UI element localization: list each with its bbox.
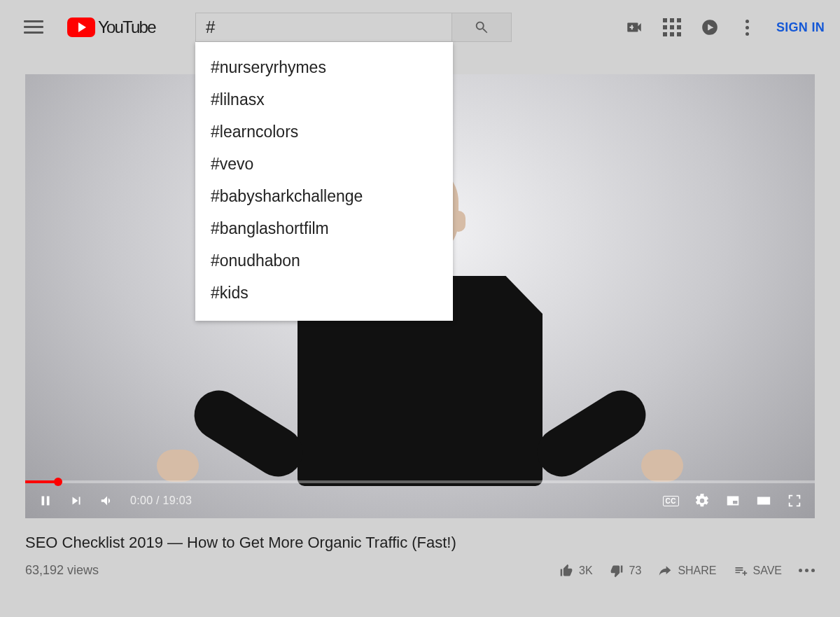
save-button[interactable]: SAVE [734,564,783,578]
share-label: SHARE [678,564,716,577]
video-meta-row: 63,192 views 3K 73 SHARE SAVE [25,563,815,578]
search-icon [474,20,489,35]
pause-button[interactable] [38,493,53,508]
search-suggestions-dropdown: #nurseryrhymes #lilnasx #learncolors #ve… [195,42,453,321]
gear-icon [694,493,710,508]
thumb-down-icon [610,564,624,578]
settings-button[interactable] [694,493,710,508]
more-icon [799,569,815,572]
suggestion-item[interactable]: #learncolors [195,116,453,148]
search-input[interactable] [195,13,451,42]
volume-icon [99,493,115,508]
video-title: SEO Checklist 2019 — How to Get More Org… [25,534,815,552]
dislike-count: 73 [629,564,642,577]
youtube-play-icon [67,18,95,37]
hamburger-menu-button[interactable] [24,20,43,34]
volume-button[interactable] [99,493,115,508]
theater-mode-button[interactable] [756,493,771,508]
duration: 19:03 [163,494,192,506]
time-display: 0:00 / 19:03 [130,494,192,507]
suggestion-item[interactable]: #vevo [195,148,453,181]
apps-grid-icon [663,18,681,36]
header-actions: SIGN IN [625,0,825,55]
video-actions: 3K 73 SHARE SAVE [559,564,815,578]
thumb-up-icon [559,564,573,578]
fullscreen-button[interactable] [787,493,802,508]
more-actions-button[interactable] [799,569,815,572]
apps-grid-button[interactable] [663,18,681,36]
current-time: 0:00 [130,494,153,506]
youtube-logo[interactable]: YouTube [67,18,155,37]
captions-button[interactable]: CC [663,496,679,506]
create-video-button[interactable] [625,18,643,36]
share-icon [658,564,672,578]
next-button[interactable] [69,493,84,508]
save-label: SAVE [753,564,783,577]
search-bar [195,13,512,42]
fullscreen-icon [787,493,802,508]
pause-icon [38,493,53,508]
miniplayer-icon [725,493,741,508]
search-button[interactable] [451,13,512,42]
theater-icon [756,493,771,508]
settings-kebab-button[interactable] [738,18,757,36]
suggestion-item[interactable]: #banglashortfilm [195,213,453,245]
share-button[interactable]: SHARE [658,564,716,578]
view-count: 63,192 views [25,563,99,578]
messages-button[interactable] [701,18,719,36]
player-controls: 0:00 / 19:03 CC [25,483,815,518]
dislike-button[interactable]: 73 [610,564,642,578]
kebab-icon [746,20,749,36]
like-count: 3K [579,564,593,577]
suggestion-item[interactable]: #nurseryrhymes [195,52,453,84]
suggestion-item[interactable]: #babysharkchallenge [195,181,453,213]
suggestion-item[interactable]: #kids [195,277,453,310]
miniplayer-button[interactable] [725,493,741,508]
suggestion-item[interactable]: #lilnasx [195,84,453,116]
suggestion-item[interactable]: #onudhabon [195,245,453,277]
youtube-wordmark: YouTube [98,18,155,37]
sign-in-button[interactable]: SIGN IN [776,20,825,35]
next-icon [69,493,84,508]
playlist-add-icon [734,564,748,578]
like-button[interactable]: 3K [559,564,593,578]
